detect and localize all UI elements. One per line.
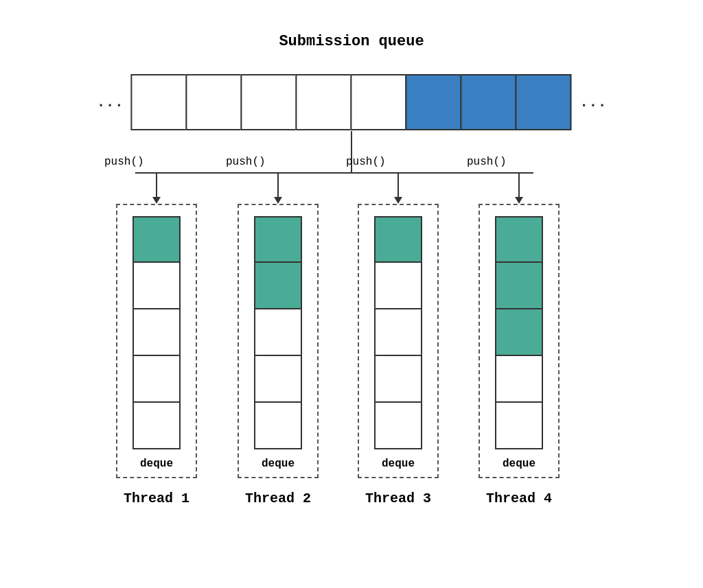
thread-4-deque-stack bbox=[495, 216, 543, 449]
thread-2-deque-label: deque bbox=[262, 458, 295, 470]
thread-2-deque-stack bbox=[254, 216, 302, 449]
thread-4-name: Thread 4 bbox=[486, 491, 552, 506]
queue-cell-2 bbox=[185, 74, 242, 130]
thread-2-cell-1 bbox=[254, 216, 302, 263]
thread-2-cell-2 bbox=[254, 263, 302, 309]
thread-4-column: push() deque Thread 4 bbox=[464, 172, 574, 506]
thread-1-dashed-box: deque bbox=[116, 204, 197, 478]
thread-4-cell-1 bbox=[495, 216, 543, 263]
page-title: Submission queue bbox=[279, 33, 424, 50]
thread-2-column: push() deque Thread 2 bbox=[223, 172, 333, 506]
thread-3-drop-line bbox=[397, 172, 399, 198]
thread-2-cell-5 bbox=[254, 403, 302, 449]
thread-3-cell-3 bbox=[374, 309, 422, 356]
queue-cell-5 bbox=[350, 74, 406, 130]
thread-2-name: Thread 2 bbox=[245, 491, 311, 506]
thread-4-cell-5 bbox=[495, 403, 543, 449]
queue-cell-6 bbox=[405, 74, 461, 130]
thread-3-deque-label: deque bbox=[382, 458, 415, 470]
thread-2-push-label: push() bbox=[226, 156, 266, 168]
submission-queue: ... ... bbox=[88, 74, 614, 130]
thread-4-deque-label: deque bbox=[503, 458, 535, 470]
thread-1-drop-line bbox=[156, 172, 157, 198]
thread-1-column: push() deque Thread 1 bbox=[102, 172, 211, 506]
thread-1-cell-1 bbox=[132, 216, 181, 263]
thread-4-drop-line bbox=[518, 172, 520, 198]
thread-3-dashed-box: deque bbox=[358, 204, 439, 478]
queue-cell-3 bbox=[240, 74, 297, 130]
thread-3-name: Thread 3 bbox=[365, 491, 431, 506]
thread-1-deque-stack bbox=[132, 216, 181, 449]
thread-2-dashed-box: deque bbox=[238, 204, 319, 478]
thread-3-arrowhead bbox=[394, 197, 402, 204]
thread-3-cell-1 bbox=[374, 216, 422, 263]
thread-3-cell-2 bbox=[374, 263, 422, 309]
thread-1-arrowhead bbox=[152, 197, 161, 204]
thread-2-drop-line bbox=[277, 172, 279, 198]
thread-1-deque-label: deque bbox=[140, 458, 173, 470]
thread-1-cell-3 bbox=[132, 309, 181, 356]
thread-1-name: Thread 1 bbox=[124, 491, 189, 506]
thread-2-arrowhead bbox=[274, 197, 282, 204]
thread-2-cell-3 bbox=[254, 309, 302, 356]
thread-4-arrowhead bbox=[515, 197, 523, 204]
thread-4-push-label: push() bbox=[467, 156, 507, 168]
thread-1-cell-5 bbox=[132, 403, 181, 449]
thread-3-cell-4 bbox=[374, 356, 422, 403]
queue-cell-1 bbox=[130, 74, 187, 130]
thread-3-cell-5 bbox=[374, 403, 422, 449]
queue-cell-8 bbox=[515, 74, 571, 130]
thread-1-cell-4 bbox=[132, 356, 181, 403]
thread-2-cell-4 bbox=[254, 356, 302, 403]
thread-1-push-label: push() bbox=[104, 156, 144, 168]
thread-3-deque-stack bbox=[374, 216, 422, 449]
diagram: Submission queue ... ... push() bbox=[0, 0, 703, 588]
queue-cell-4 bbox=[295, 74, 352, 130]
thread-3-column: push() deque Thread 3 bbox=[343, 172, 453, 506]
queue-cells bbox=[132, 74, 571, 130]
thread-3-push-label: push() bbox=[346, 156, 386, 168]
thread-4-dashed-box: deque bbox=[479, 204, 560, 478]
thread-1-cell-2 bbox=[132, 263, 181, 309]
thread-4-cell-3 bbox=[495, 309, 543, 356]
right-ellipsis: ... bbox=[571, 94, 615, 111]
thread-4-cell-2 bbox=[495, 263, 543, 309]
left-ellipsis: ... bbox=[88, 94, 132, 111]
thread-4-cell-4 bbox=[495, 356, 543, 403]
queue-cell-7 bbox=[460, 74, 516, 130]
